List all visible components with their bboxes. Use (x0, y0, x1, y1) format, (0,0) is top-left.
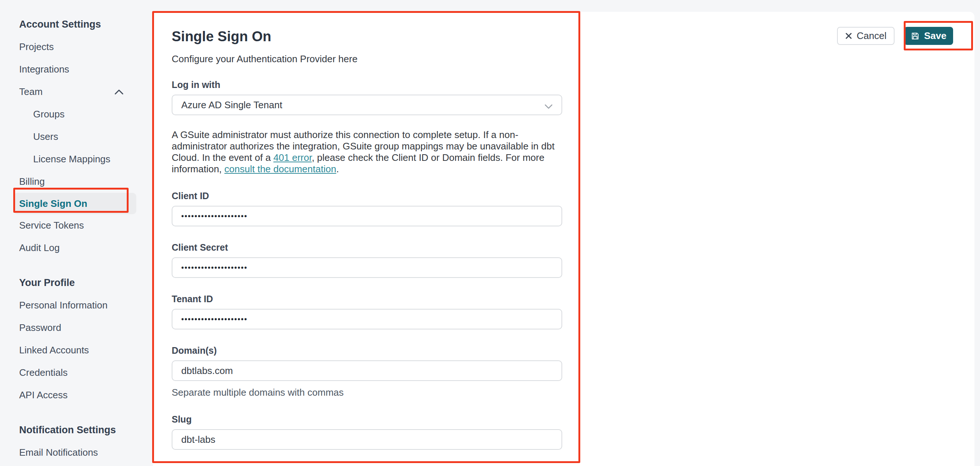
sidebar-item-credentials[interactable]: Credentials (19, 361, 127, 384)
sidebar-item-users[interactable]: Users (19, 125, 127, 148)
client-id-field[interactable] (172, 206, 562, 227)
sidebar-item-team[interactable]: Team (19, 81, 127, 103)
link-consult-documentation[interactable]: consult the documentation (224, 163, 336, 174)
note-text: . (336, 163, 339, 174)
chevron-up-icon (114, 89, 124, 95)
domains-helper-text: Separate multiple domains with commas (172, 387, 562, 398)
sidebar-item-single-sign-on[interactable]: Single Sign On (14, 193, 136, 214)
save-button[interactable]: Save (904, 27, 953, 45)
sidebar-item-password[interactable]: Password (19, 317, 127, 339)
sidebar-item-personal-information[interactable]: Personal Information (19, 294, 127, 317)
login-with-label: Log in with (172, 79, 562, 90)
sidebar-header-your-profile: Your Profile (19, 272, 127, 294)
auth-provider-selected-value: Azure AD Single Tenant (181, 99, 282, 111)
gsuite-admin-note: A GSuite administrator must authorize th… (172, 129, 562, 175)
sidebar-item-audit-log[interactable]: Audit Log (19, 237, 127, 259)
sso-settings-panel: Cancel Save Single Sign On Configure you… (153, 12, 974, 466)
sidebar-item-groups[interactable]: Groups (19, 103, 127, 125)
client-secret-label: Client Secret (172, 242, 562, 253)
sso-form: Single Sign On Configure your Authentica… (172, 12, 562, 450)
sidebar-item-projects[interactable]: Projects (19, 36, 127, 58)
slug-field[interactable] (172, 429, 562, 450)
sidebar-item-billing[interactable]: Billing (19, 170, 127, 193)
tenant-id-label: Tenant ID (172, 293, 562, 304)
sidebar-item-label: Team (19, 86, 43, 98)
floppy-disk-icon (911, 32, 920, 41)
sidebar-item-api-access[interactable]: API Access (19, 384, 127, 406)
auth-provider-select[interactable]: Azure AD Single Tenant (172, 95, 562, 115)
client-id-label: Client ID (172, 190, 562, 201)
sidebar-header-account-settings: Account Settings (19, 13, 127, 36)
sidebar-item-license-mappings[interactable]: License Mappings (19, 148, 127, 170)
client-secret-field[interactable] (172, 257, 562, 278)
cancel-button[interactable]: Cancel (837, 27, 894, 45)
page-subtitle: Configure your Authentication Provider h… (172, 53, 562, 65)
tenant-id-field[interactable] (172, 309, 562, 330)
sidebar-item-linked-accounts[interactable]: Linked Accounts (19, 339, 127, 361)
page-title: Single Sign On (172, 29, 562, 44)
x-icon (845, 32, 852, 40)
domains-label: Domain(s) (172, 345, 562, 356)
sidebar-item-service-tokens[interactable]: Service Tokens (19, 214, 127, 237)
sidebar-item-integrations[interactable]: Integrations (19, 58, 127, 81)
slug-label: Slug (172, 414, 562, 425)
sidebar-item-email-notifications[interactable]: Email Notifications (19, 441, 127, 464)
link-401-error[interactable]: 401 error (274, 152, 312, 163)
settings-sidebar: Account Settings Projects Integrations T… (0, 0, 153, 466)
domains-field[interactable] (172, 360, 562, 381)
cancel-button-label: Cancel (857, 30, 886, 41)
chevron-down-icon (544, 104, 553, 109)
form-actions: Cancel Save (837, 27, 953, 45)
save-button-label: Save (924, 30, 947, 41)
sidebar-header-notification-settings: Notification Settings (19, 419, 127, 441)
